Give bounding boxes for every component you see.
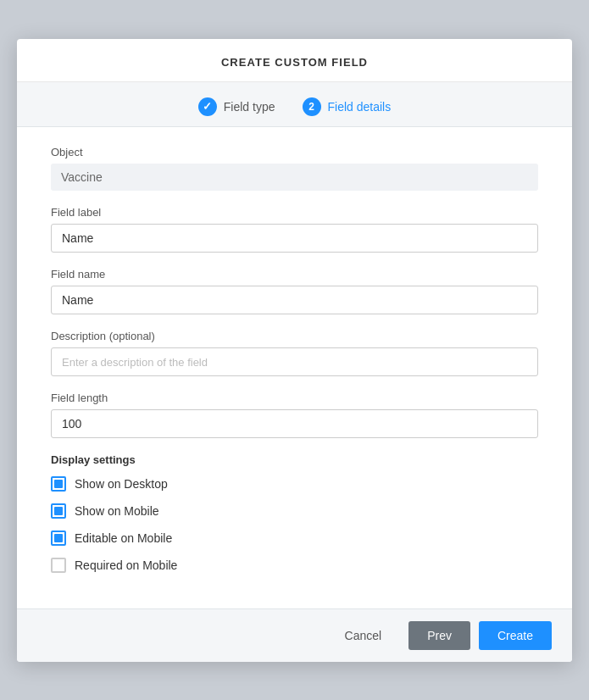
step-2-label: Field details	[328, 100, 392, 114]
field-length-group: Field length	[51, 392, 538, 438]
modal-header: CREATE CUSTOM FIELD	[17, 39, 572, 82]
step-2-number: 2	[308, 101, 314, 113]
stepper: ✓ Field type 2 Field details	[17, 82, 572, 127]
checkbox-show-mobile[interactable]: Show on Mobile	[51, 503, 538, 519]
checkbox-editable-mobile-label: Editable on Mobile	[75, 531, 172, 545]
modal-footer: Cancel Prev Create	[17, 608, 572, 662]
description-input[interactable]	[51, 347, 538, 376]
checkbox-required-mobile-icon[interactable]	[51, 558, 66, 573]
field-name-group: Field name	[51, 268, 538, 314]
field-label-group: Field label	[51, 206, 538, 253]
checkbox-required-mobile[interactable]: Required on Mobile	[51, 558, 538, 573]
object-input	[51, 164, 538, 191]
checkbox-editable-mobile[interactable]: Editable on Mobile	[51, 531, 538, 546]
modal-body: Object Field label Field name Descriptio…	[17, 127, 572, 608]
field-label-label: Field label	[51, 206, 538, 219]
checkbox-show-mobile-label: Show on Mobile	[75, 504, 159, 518]
description-group: Description (optional)	[51, 330, 538, 376]
prev-button[interactable]: Prev	[408, 621, 470, 650]
field-label-input[interactable]	[51, 224, 538, 253]
checkbox-show-desktop[interactable]: Show on Desktop	[51, 476, 538, 492]
create-button[interactable]: Create	[479, 621, 552, 650]
object-label: Object	[51, 146, 538, 158]
field-name-label: Field name	[51, 268, 538, 281]
object-group: Object	[51, 146, 538, 191]
checkbox-show-desktop-icon[interactable]	[51, 476, 66, 492]
modal-title: CREATE CUSTOM FIELD	[221, 56, 368, 69]
step-1-circle: ✓	[198, 97, 217, 116]
checkbox-group: Show on Desktop Show on Mobile Editable …	[51, 476, 538, 573]
checkmark-icon: ✓	[203, 100, 212, 113]
field-name-input[interactable]	[51, 286, 538, 314]
field-length-input[interactable]	[51, 409, 538, 438]
modal-dialog: CREATE CUSTOM FIELD ✓ Field type 2 Field…	[17, 39, 572, 662]
checkbox-show-desktop-label: Show on Desktop	[75, 477, 168, 491]
step-2-circle: 2	[303, 97, 321, 116]
overlay: CREATE CUSTOM FIELD ✓ Field type 2 Field…	[0, 0, 589, 700]
step-2: 2 Field details	[303, 97, 392, 116]
description-label: Description (optional)	[51, 330, 538, 342]
step-1-label: Field type	[224, 100, 275, 114]
checkbox-required-mobile-label: Required on Mobile	[75, 558, 177, 572]
checkbox-editable-mobile-icon[interactable]	[51, 531, 66, 546]
field-length-label: Field length	[51, 392, 538, 404]
display-settings-group: Display settings Show on Desktop Show on…	[51, 453, 538, 573]
checkbox-show-mobile-icon[interactable]	[51, 503, 66, 519]
display-settings-label: Display settings	[51, 453, 538, 466]
step-1: ✓ Field type	[198, 97, 275, 116]
cancel-button[interactable]: Cancel	[326, 621, 401, 650]
